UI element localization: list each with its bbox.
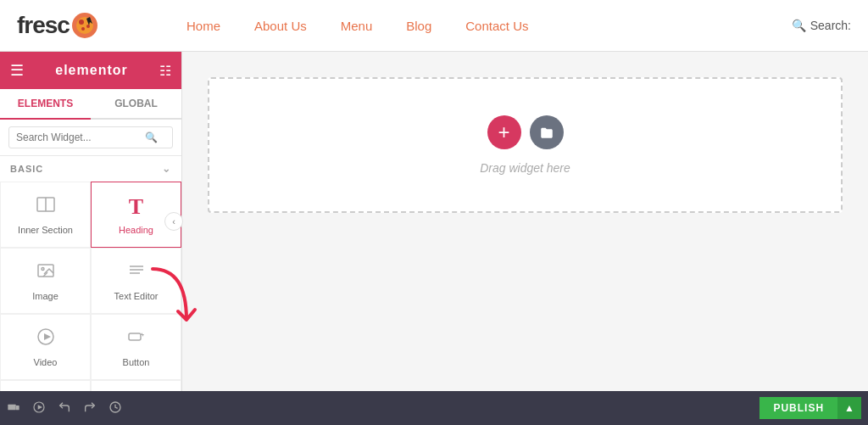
- svg-point-8: [42, 268, 44, 271]
- search-wrapper: 🔍: [8, 126, 173, 148]
- widget-button[interactable]: Button: [91, 314, 181, 380]
- hamburger-icon[interactable]: ☰: [10, 61, 24, 80]
- add-section-button[interactable]: +: [487, 115, 521, 149]
- image-label: Image: [32, 291, 58, 301]
- section-chevron-icon: ⌄: [162, 163, 171, 175]
- svg-marker-24: [38, 405, 42, 409]
- widget-spacer[interactable]: Spacer: [91, 380, 181, 391]
- widget-inner-section[interactable]: Inner Section: [0, 182, 91, 248]
- publish-dropdown-button[interactable]: ▲: [837, 397, 861, 419]
- svg-point-4: [81, 27, 85, 31]
- bottom-toolbar: PUBLISH ▲: [0, 391, 868, 425]
- svg-point-2: [79, 20, 84, 25]
- button-label: Button: [123, 357, 150, 367]
- button-icon: [126, 327, 147, 352]
- drop-actions: +: [487, 115, 564, 149]
- tab-elements[interactable]: ELEMENTS: [0, 89, 91, 120]
- main-layout: ☰ elementor ☷ ELEMENTS GLOBAL 🔍 BASIC ⌄: [0, 52, 868, 391]
- collapse-sidebar-button[interactable]: ‹: [164, 212, 183, 231]
- heading-label: Heading: [119, 225, 153, 235]
- nav-about[interactable]: About Us: [254, 19, 307, 33]
- widget-video[interactable]: Video: [0, 314, 91, 380]
- inner-section-label: Inner Section: [18, 225, 73, 235]
- top-bar: fresc Home About Us Menu Blog Contact Us…: [0, 0, 868, 52]
- inner-section-icon: [36, 194, 56, 220]
- svg-marker-13: [44, 333, 51, 340]
- text-editor-icon: [126, 260, 147, 286]
- nav-contact[interactable]: Contact Us: [465, 19, 528, 33]
- bottom-icons: [7, 400, 122, 417]
- search-area[interactable]: 🔍 Search:: [792, 19, 851, 32]
- grid-icon[interactable]: ☷: [159, 63, 171, 79]
- nav-home[interactable]: Home: [186, 19, 220, 33]
- svg-rect-22: [16, 405, 19, 410]
- history-icon[interactable]: [108, 400, 122, 417]
- logo-icon: [71, 12, 98, 39]
- folder-button[interactable]: [530, 115, 564, 149]
- drop-zone[interactable]: + Drag widget here: [208, 77, 843, 213]
- search-label: Search:: [810, 19, 851, 32]
- sidebar-header: ☰ elementor ☷: [0, 52, 181, 89]
- video-icon: [36, 327, 56, 352]
- publish-button[interactable]: PUBLISH: [760, 397, 837, 419]
- text-editor-label: Text Editor: [114, 291, 159, 301]
- tab-global[interactable]: GLOBAL: [91, 89, 181, 120]
- sidebar-tabs: ELEMENTS GLOBAL: [0, 89, 181, 120]
- search-sidebar-icon: 🔍: [145, 131, 158, 143]
- logo-area: fresc: [17, 12, 153, 39]
- section-basic-label[interactable]: BASIC ⌄: [0, 156, 181, 182]
- video-label: Video: [34, 357, 58, 367]
- nav-menu[interactable]: Menu: [341, 19, 373, 33]
- sidebar-container: ☰ elementor ☷ ELEMENTS GLOBAL 🔍 BASIC ⌄: [0, 52, 182, 391]
- svg-point-3: [86, 25, 90, 28]
- image-icon: [36, 260, 56, 286]
- widget-text-editor[interactable]: Text Editor: [91, 248, 181, 314]
- section-basic-text: BASIC: [10, 164, 43, 174]
- publish-area: PUBLISH ▲: [760, 397, 861, 419]
- widgets-grid: Inner Section T Heading: [0, 182, 181, 391]
- content-area: + Drag widget here: [182, 52, 868, 391]
- elementor-logo: elementor: [55, 63, 127, 78]
- preview-icon[interactable]: [32, 400, 46, 417]
- drop-text: Drag widget here: [480, 161, 570, 175]
- redo-icon[interactable]: [83, 400, 97, 417]
- logo-text: fresc: [17, 12, 70, 39]
- sidebar: ☰ elementor ☷ ELEMENTS GLOBAL 🔍 BASIC ⌄: [0, 52, 182, 391]
- heading-icon: T: [129, 194, 143, 220]
- responsive-icon[interactable]: [7, 400, 20, 417]
- svg-rect-21: [8, 404, 15, 410]
- undo-icon[interactable]: [58, 400, 71, 417]
- widget-image[interactable]: Image: [0, 248, 91, 314]
- search-box: 🔍: [0, 120, 181, 156]
- nav-links: Home About Us Menu Blog Contact Us: [186, 19, 792, 33]
- svg-rect-14: [129, 333, 141, 340]
- canvas: + Drag widget here: [182, 52, 868, 391]
- search-icon: 🔍: [792, 19, 806, 32]
- widget-divider[interactable]: Divider: [0, 380, 91, 391]
- nav-blog[interactable]: Blog: [406, 19, 431, 33]
